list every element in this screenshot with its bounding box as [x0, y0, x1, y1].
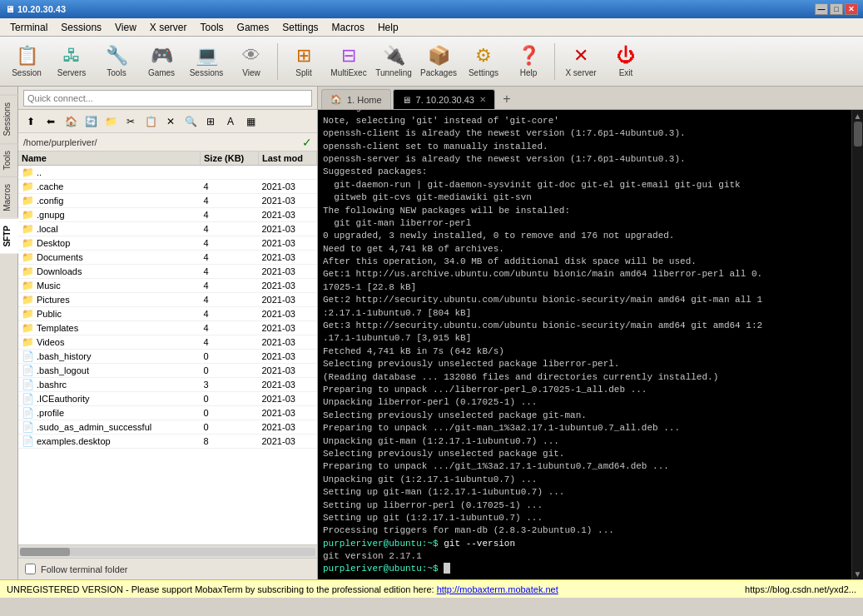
table-row[interactable]: 📄.bash_history 0 2021-03: [18, 350, 317, 364]
horizontal-scrollbar[interactable]: [18, 544, 317, 558]
table-row[interactable]: 📄.ICEauthority 0 2021-03: [18, 392, 317, 406]
file-size-cell: 4: [201, 335, 259, 350]
fm-btn-grid[interactable]: ▦: [241, 113, 260, 130]
table-row[interactable]: 📁Music 4 2021-03: [18, 279, 317, 293]
table-row[interactable]: 📁.local 4 2021-03: [18, 222, 317, 236]
file-name-cell: 📄examples.desktop: [18, 435, 201, 449]
menu-item-x server[interactable]: X server: [143, 20, 194, 35]
toolbar-btn-settings[interactable]: ⚙Settings: [462, 40, 505, 83]
table-row[interactable]: 📄.sudo_as_admin_successful 0 2021-03: [18, 420, 317, 435]
tab-close-button[interactable]: ✕: [479, 95, 486, 104]
fm-btn-view-toggle[interactable]: ⊞: [201, 113, 220, 130]
fm-btn-text[interactable]: A: [221, 113, 240, 130]
terminal-line: git-daemon-run | git-daemon-sysvinit git…: [323, 179, 846, 191]
toolbar-btn-exit[interactable]: ⏻Exit: [604, 40, 647, 83]
tab-0[interactable]: 🏠1. Home: [321, 89, 391, 109]
terminal-line: After this operation, 34.0 MB of additio…: [323, 256, 846, 268]
menu-item-terminal[interactable]: Terminal: [3, 20, 54, 35]
menu-item-sessions[interactable]: Sessions: [54, 20, 108, 35]
terminal-scrollbar[interactable]: ▲ ▼: [851, 110, 863, 579]
toolbar-btn-multiexec[interactable]: ⊟MultiExec: [327, 40, 370, 83]
fm-btn-refresh[interactable]: 🔄: [82, 113, 100, 130]
quick-connect-input[interactable]: [23, 90, 312, 107]
terminal-line: Selecting previously unselected package …: [323, 358, 846, 370]
table-row[interactable]: 📄examples.desktop 8 2021-03: [18, 435, 317, 449]
table-row[interactable]: 📁Pictures 4 2021-03: [18, 293, 317, 307]
toolbar-btn-x-server[interactable]: ✕X server: [559, 40, 603, 83]
menu-item-settings[interactable]: Settings: [275, 20, 325, 35]
menu-item-macros[interactable]: Macros: [325, 20, 371, 35]
table-row[interactable]: 📁Templates 4 2021-03: [18, 321, 317, 335]
side-label-macros[interactable]: Macros: [0, 176, 18, 218]
hscroll-thumb[interactable]: [20, 548, 70, 556]
table-row[interactable]: 📁.gnupg 4 2021-03: [18, 208, 317, 222]
table-row[interactable]: 📄.profile 0 2021-03: [18, 406, 317, 420]
side-label-sftp[interactable]: SFTP: [0, 218, 18, 254]
fm-btn-new-folder[interactable]: 📁: [102, 113, 120, 130]
table-row[interactable]: 📁..: [18, 166, 317, 180]
fm-btn-up[interactable]: ⬆: [22, 113, 40, 130]
follow-terminal-checkbox[interactable]: [25, 564, 36, 574]
scroll-thumb[interactable]: [854, 122, 862, 147]
fm-btn-cut[interactable]: ✂: [122, 113, 140, 130]
file-name-cell: 📁Templates: [18, 321, 201, 335]
terminal-line: Selecting previously unselected package …: [323, 448, 846, 460]
menu-item-tools[interactable]: Tools: [194, 20, 231, 35]
fm-btn-search[interactable]: 🔍: [181, 113, 200, 130]
toolbar-btn-tunneling[interactable]: 🔌Tunneling: [372, 40, 415, 83]
close-button[interactable]: ✕: [845, 3, 858, 15]
toolbar-btn-tools[interactable]: 🔧Tools: [95, 40, 138, 83]
fm-btn-delete[interactable]: ✕: [161, 113, 180, 130]
menu-item-help[interactable]: Help: [371, 20, 405, 35]
menu-item-view[interactable]: View: [108, 20, 143, 35]
terminal-line: Setting up liberror-perl (0.17025-1) ...: [323, 499, 846, 512]
quick-connect-bar: [18, 87, 317, 110]
scroll-up-arrow[interactable]: ▲: [852, 110, 863, 122]
status-right: https://blog.csdn.net/yxd2...: [745, 584, 856, 594]
file-date-cell: 2021-03: [259, 420, 317, 435]
maximize-button[interactable]: □: [830, 3, 843, 15]
add-tab-button[interactable]: +: [497, 89, 517, 109]
menu-item-games[interactable]: Games: [231, 20, 276, 35]
follow-terminal-label[interactable]: Follow terminal folder: [41, 564, 128, 574]
toolbar-btn-packages[interactable]: 📦Packages: [417, 40, 460, 83]
table-row[interactable]: 📁.cache 4 2021-03: [18, 180, 317, 194]
file-date-cell: 2021-03: [259, 279, 317, 293]
table-row[interactable]: 📁Videos 4 2021-03: [18, 335, 317, 350]
scroll-track[interactable]: [852, 122, 863, 568]
side-label-tools[interactable]: Tools: [0, 143, 18, 176]
side-label-sessions[interactable]: Sessions: [0, 95, 18, 143]
status-link[interactable]: http://mobaxterm.mobatek.net: [437, 584, 558, 594]
path-bar: /home/purpleriver/ ✓: [18, 133, 317, 152]
hscroll-track[interactable]: [20, 548, 315, 556]
fm-btn-home[interactable]: 🏠: [62, 113, 80, 130]
toolbar-btn-split[interactable]: ⊞Split: [282, 40, 325, 83]
toolbar-btn-sessions[interactable]: 💻Sessions: [185, 40, 228, 83]
file-name-cell: 📁Desktop: [18, 236, 201, 251]
toolbar-btn-games[interactable]: 🎮Games: [140, 40, 183, 83]
table-row[interactable]: 📁Downloads 4 2021-03: [18, 265, 317, 279]
table-row[interactable]: 📄.bash_logout 0 2021-03: [18, 364, 317, 378]
terminal-output[interactable]: Building dependency treeReading state in…: [318, 110, 851, 579]
file-date-cell: 2021-03: [259, 194, 317, 208]
table-row[interactable]: 📁.config 4 2021-03: [18, 194, 317, 208]
scroll-down-arrow[interactable]: ▼: [852, 568, 863, 579]
table-row[interactable]: 📁Desktop 4 2021-03: [18, 236, 317, 251]
table-row[interactable]: 📁Documents 4 2021-03: [18, 251, 317, 265]
tab-label: 1. Home: [347, 95, 382, 105]
toolbar-btn-help[interactable]: ❓Help: [507, 40, 550, 83]
toolbar-btn-session[interactable]: 📋Session: [5, 40, 48, 83]
terminal-line: Unpacking git (1:2.17.1-1ubuntu0.7) ...: [323, 474, 846, 486]
toolbar-btn-view[interactable]: 👁View: [230, 40, 273, 83]
table-row[interactable]: 📁Public 4 2021-03: [18, 307, 317, 321]
file-name-cell: 📁.config: [18, 194, 201, 208]
fm-btn-copy[interactable]: 📋: [141, 113, 160, 130]
toolbar-btn-servers[interactable]: 🖧Servers: [50, 40, 93, 83]
minimize-button[interactable]: —: [815, 3, 828, 15]
folder-icon: 📁: [22, 195, 34, 206]
table-row[interactable]: 📄.bashrc 3 2021-03: [18, 378, 317, 392]
fm-btn-back[interactable]: ⬅: [42, 113, 60, 130]
follow-terminal-bar: Follow terminal folder: [18, 558, 317, 579]
tab-1[interactable]: 🖥7. 10.20.30.43✕: [393, 89, 495, 109]
file-list[interactable]: Name Size (KB) Last mod 📁.. 📁.cache 4 20…: [18, 152, 317, 544]
